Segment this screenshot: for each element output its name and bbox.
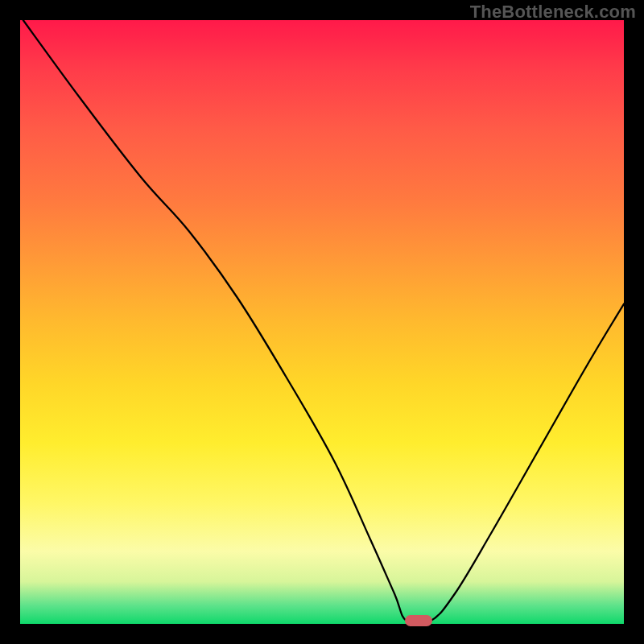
chart-frame: TheBottleneck.com [0,0,644,644]
marker-layer [20,20,624,624]
plot-area [20,20,624,624]
optimum-marker [405,615,432,626]
watermark-text: TheBottleneck.com [470,2,636,23]
